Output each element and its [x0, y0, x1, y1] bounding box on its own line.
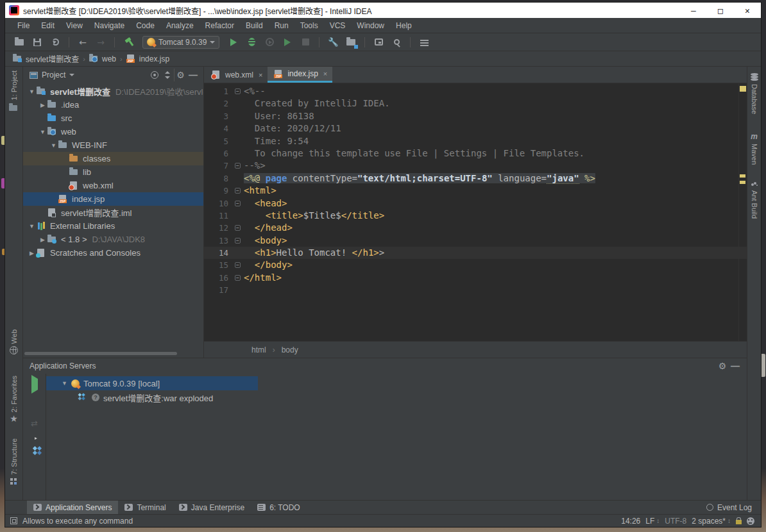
deploy-icon[interactable]: ⇄ [31, 417, 38, 429]
tree-row-lib[interactable]: lib [23, 165, 203, 179]
tree-row-classes[interactable]: classes [23, 152, 203, 165]
fold-open-icon[interactable]: − [235, 238, 241, 244]
menu-item-navigate[interactable]: Navigate [89, 19, 130, 32]
breadcrumb-item[interactable]: servlet增删改查 [13, 53, 79, 64]
editor-code-line[interactable]: 6 To change this template use File | Set… [204, 147, 747, 160]
chevron-down-icon[interactable]: ▼ [62, 380, 67, 387]
server-row[interactable]: ?servlet增删改查:war exploded [46, 390, 747, 404]
editor-code-line[interactable]: 17 [204, 284, 747, 296]
menu-item-file[interactable]: File [12, 19, 35, 32]
tree-chevron-right-icon[interactable]: ▶ [39, 102, 46, 108]
editor-code-line[interactable]: 7−--%> [204, 160, 747, 172]
editor-code-line[interactable]: 13− <body> [204, 235, 747, 247]
gear-icon[interactable]: ⚙ [174, 69, 187, 81]
hide-panel-icon[interactable]: — [187, 69, 200, 81]
wrench-icon[interactable]: 🔧 [325, 35, 341, 49]
save-icon[interactable] [30, 35, 45, 49]
close-icon[interactable]: × [323, 70, 327, 78]
search-everywhere-icon[interactable] [389, 35, 404, 49]
close-button[interactable]: ✕ [734, 3, 761, 18]
tree-row-Scratches and Consoles[interactable]: ▶Scratches and Consoles [23, 246, 203, 260]
editor-code-line[interactable]: 1−<%-- [204, 85, 747, 97]
close-icon[interactable]: × [259, 71, 262, 79]
editor-code-line[interactable]: 2 Created by IntelliJ IDEA. [204, 97, 747, 110]
profiler-icon[interactable] [280, 35, 295, 49]
minimize-button[interactable]: – [680, 3, 707, 18]
locate-file-icon[interactable] [148, 69, 161, 81]
sync-icon[interactable] [47, 35, 63, 49]
run-configuration-select[interactable]: Tomcat 9.0.39 [142, 36, 219, 49]
sidebar-item-database[interactable]: Database [747, 73, 761, 114]
breadcrumb-html[interactable]: html [251, 345, 266, 354]
indent-select[interactable]: 2 spaces*↕ [692, 517, 731, 526]
run-server-icon[interactable] [31, 379, 38, 390]
hide-panel-icon[interactable]: — [729, 360, 742, 372]
tool-window-tab-6-todo[interactable]: 6: TODO [251, 501, 307, 514]
project-view-select[interactable]: Project [30, 71, 74, 79]
background-tasks-icon[interactable] [10, 517, 17, 524]
stop-icon[interactable] [298, 35, 313, 49]
menu-item-window[interactable]: Window [351, 19, 390, 32]
forward-icon[interactable]: → [93, 35, 108, 49]
tree-chevron-down-icon[interactable]: ▼ [50, 142, 57, 149]
fold-open-icon[interactable]: − [235, 201, 241, 206]
debug-icon[interactable] [244, 35, 259, 49]
back-icon[interactable]: ← [75, 35, 90, 49]
menu-item-help[interactable]: Help [390, 19, 418, 32]
gear-icon[interactable]: ⚙ [716, 360, 729, 372]
fold-end-icon[interactable]: − [235, 262, 241, 268]
breadcrumb-item[interactable]: web [89, 54, 116, 63]
menu-item-code[interactable]: Code [130, 19, 160, 32]
server-row[interactable]: ▼Tomcat 9.0.39 [local] [46, 376, 258, 390]
tree-chevron-right-icon[interactable]: ▶ [28, 250, 35, 256]
menu-item-vcs[interactable]: VCS [324, 19, 352, 32]
fold-end-icon[interactable]: − [235, 275, 241, 281]
tab-index.jsp[interactable]: index.jsp× [268, 67, 332, 83]
tool-window-tab-terminal[interactable]: Terminal [118, 501, 172, 514]
tab-web.xml[interactable]: web.xml× [205, 67, 268, 83]
menu-item-view[interactable]: View [60, 19, 89, 32]
sidebar-item-structure[interactable]: 7: Structure [5, 438, 22, 485]
tool-window-tab-java-enterprise[interactable]: Java Enterprise [173, 501, 251, 514]
fold-end-icon[interactable]: − [235, 163, 241, 169]
tree-row-src[interactable]: src [23, 112, 203, 125]
editor-code-line[interactable]: 11 <title>$Title$</title> [204, 210, 747, 222]
tree-row-.idea[interactable]: ▶.idea [23, 98, 203, 112]
tree-row-servlet增删改查[interactable]: ▼servlet增删改查D:\IDEA2019\验收\servlet增 [23, 85, 203, 98]
open-icon[interactable] [12, 35, 27, 49]
horizontal-scrollbar[interactable] [24, 352, 177, 355]
menu-item-refactor[interactable]: Refactor [200, 19, 240, 32]
editor-code-line[interactable]: 9−<html> [204, 185, 747, 197]
editor-code-line[interactable]: 16−</html> [204, 272, 747, 284]
restore-layout-icon[interactable] [371, 35, 386, 49]
tree-row-servlet增删改查.iml[interactable]: servlet增删改查.iml [23, 206, 203, 219]
cursor-position[interactable]: 14:26 [621, 517, 640, 526]
line-ending-select[interactable]: LF↕ [645, 517, 660, 526]
tree-row-web.xml[interactable]: web.xml [23, 179, 203, 192]
tree-row-web[interactable]: ▼web [23, 125, 203, 138]
editor-code-line[interactable]: 14 <h1>Hello Tomcat! </h1>> [204, 247, 747, 259]
encoding-select[interactable]: UTF-8 [665, 517, 686, 526]
menu-item-run[interactable]: Run [269, 19, 294, 32]
editor-code-line[interactable]: 12− </head> [204, 222, 747, 234]
coverage-icon[interactable] [262, 35, 277, 49]
tree-row-index.jsp[interactable]: index.jsp [23, 192, 203, 206]
editor-code-line[interactable]: 3 User: 86138 [204, 110, 747, 122]
sidebar-item-maven[interactable]: m Maven [747, 132, 761, 165]
editor-code-line[interactable]: 8<%@ page contentType="text/html;charset… [204, 172, 747, 185]
tree-chevron-down-icon[interactable]: ▼ [39, 129, 46, 135]
sidebar-item-project[interactable]: 1: Project [5, 71, 22, 112]
tree-chevron-down-icon[interactable]: ▼ [28, 223, 35, 229]
fold-end-icon[interactable]: − [235, 225, 241, 231]
tool-window-tab-application-servers[interactable]: Application Servers [27, 501, 118, 514]
tree-row-External Libraries[interactable]: ▼External Libraries [23, 219, 203, 233]
editor-code-line[interactable]: 4 Date: 2020/12/11 [204, 122, 747, 135]
tree-row-< 1.8 >[interactable]: ▶< 1.8 >D:\JAVA\JDK8 [23, 233, 203, 246]
maximize-button[interactable]: □ [707, 3, 734, 18]
breadcrumb-body[interactable]: body [282, 345, 298, 354]
settings-sliders-icon[interactable] [416, 35, 432, 49]
fold-open-icon[interactable]: − [235, 188, 241, 194]
sidebar-item-ant[interactable]: Ant Build [747, 181, 761, 219]
lock-icon[interactable] [736, 520, 742, 524]
event-log-button[interactable]: Event Log [706, 503, 761, 512]
